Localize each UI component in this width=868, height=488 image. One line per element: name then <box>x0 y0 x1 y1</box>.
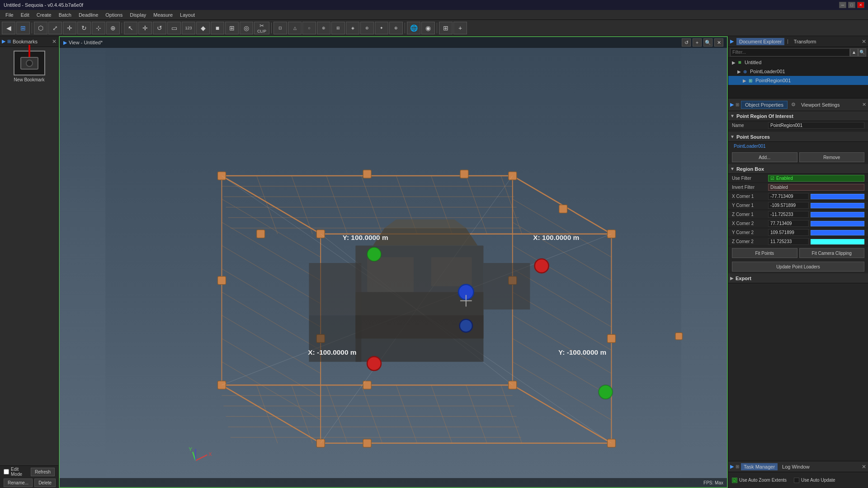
filter-expand-btn[interactable]: ▲ <box>850 48 858 56</box>
tree-item-untitled[interactable]: ▶ ■ Untitled <box>728 58 868 67</box>
toolbar-btn-globe[interactable]: 🌐 <box>407 22 420 34</box>
delete-button[interactable]: Delete <box>34 479 56 487</box>
viewport[interactable]: ▶ View - Untitled* ↺ + 🔍 ✕ <box>59 36 728 488</box>
toolbar-btn-points1[interactable]: ⊡ <box>274 22 287 34</box>
toolbar-btn-nav1[interactable]: ⊞ <box>439 22 453 34</box>
toolbar-btn-points4[interactable]: ⊕ <box>317 22 330 34</box>
filter-input[interactable] <box>730 48 850 56</box>
bookmarks-close-btn[interactable]: ✕ <box>52 38 57 45</box>
toolbar-btn-nav2[interactable]: + <box>453 22 467 34</box>
doc-explorer-close[interactable]: ✕ <box>862 38 866 45</box>
props-close-btn[interactable]: ✕ <box>862 102 866 108</box>
viewport-canvas[interactable]: Y: 100.0000 m X: 100.0000 m X: -100.0000… <box>60 48 727 478</box>
auto-zoom-checkbox[interactable]: ☑ <box>732 478 737 483</box>
refresh-button[interactable]: Refresh <box>31 468 55 476</box>
auto-update-check[interactable]: Use Auto Update <box>794 478 835 483</box>
section-header-pointregion[interactable]: ▼ Point Region Of Interest <box>728 111 868 121</box>
toolbar-btn-123[interactable]: 123 <box>182 22 195 34</box>
minimize-button[interactable]: ─ <box>839 2 846 8</box>
remove-btn[interactable]: Remove <box>799 152 865 162</box>
toolbar-btn-grid[interactable]: ⊞ <box>225 22 239 34</box>
toolbar-btn-diamond[interactable]: ◆ <box>196 22 210 34</box>
tree-arrow-pointregion[interactable]: ▶ <box>743 78 746 83</box>
toolbar-btn-refresh[interactable]: ↺ <box>153 22 166 34</box>
log-window-tab[interactable]: Log Window <box>779 463 812 470</box>
toolbar-btn-scale[interactable]: ⊹ <box>92 22 105 34</box>
vp-add-btn[interactable]: + <box>693 38 702 47</box>
point-source-item[interactable]: PointLoader001 <box>728 142 868 150</box>
task-manager-tab[interactable]: Task Manager <box>741 463 778 470</box>
toolbar-btn-points3[interactable]: ○ <box>302 22 316 34</box>
menu-deadline[interactable]: Deadline <box>75 11 102 19</box>
doc-explorer-tab[interactable]: Document Explorer <box>736 38 784 45</box>
toolbar-btn-points7[interactable]: ⊛ <box>360 22 374 34</box>
rename-button[interactable]: Rename... <box>4 479 33 487</box>
new-bookmark-item[interactable]: New Bookmark <box>14 51 45 82</box>
toolbar-btn-arrow[interactable]: ↖ <box>124 22 137 34</box>
rb-input-ycorner2[interactable] <box>768 229 809 236</box>
vp-search-btn[interactable]: 🔍 <box>703 38 712 47</box>
menu-options[interactable]: Options <box>102 11 126 19</box>
toolbar-btn-sphere[interactable]: ◉ <box>421 22 435 34</box>
toolbar-btn-points9[interactable]: ⊕ <box>389 22 403 34</box>
tree-arrow-pointloader[interactable]: ▶ <box>737 69 741 74</box>
toolbar-btn-points8[interactable]: ✦ <box>375 22 388 34</box>
vp-refresh-btn[interactable]: ↺ <box>682 38 691 47</box>
menu-batch[interactable]: Batch <box>55 11 75 19</box>
update-point-loaders-btn[interactable]: Update Point Loaders <box>732 262 864 272</box>
toolbar-btn-points2[interactable]: △ <box>288 22 302 34</box>
viewport-settings-tab[interactable]: Viewport Settings <box>797 101 843 108</box>
menu-create[interactable]: Create <box>33 11 55 19</box>
vp-close-btn[interactable]: ✕ <box>714 38 723 47</box>
prop-value-name[interactable] <box>768 122 864 129</box>
toolbar-btn-snap[interactable]: ⊕ <box>106 22 120 34</box>
menu-layout[interactable]: Layout <box>176 11 198 19</box>
toolbar-btn-points6[interactable]: ◈ <box>346 22 359 34</box>
tree-item-pointregion[interactable]: ▶ ⊞ PointRegion001 <box>728 76 868 85</box>
close-button[interactable]: ✕ <box>857 2 864 8</box>
toolbar-btn-select[interactable]: ⬡ <box>34 22 47 34</box>
menu-file[interactable]: File <box>2 11 17 19</box>
rb-input-zcorner2[interactable] <box>768 238 809 245</box>
toolbar-btn-move[interactable]: ⤢ <box>48 22 62 34</box>
menu-measure[interactable]: Measure <box>150 11 176 19</box>
rb-input-xcorner2[interactable] <box>768 220 809 227</box>
toolbar-btn-1[interactable]: ◀ <box>2 22 15 34</box>
menu-display[interactable]: Display <box>126 11 150 19</box>
toolbar-btn-square[interactable]: ■ <box>211 22 224 34</box>
auto-update-checkbox[interactable] <box>794 478 799 483</box>
transform-tab[interactable]: Transform <box>791 38 819 45</box>
clip-button[interactable]: ✂ CLIP <box>254 22 269 34</box>
rb-input-xcorner1[interactable] <box>768 193 809 200</box>
filter-search-btn[interactable]: 🔍 <box>858 48 866 56</box>
tree-item-pointloader[interactable]: ▶ ⊛ PointLoader001 <box>728 67 868 76</box>
bookmarks-tab-label[interactable]: Bookmarks <box>13 39 38 44</box>
section-header-regionbox[interactable]: ▼ Region Box <box>728 164 868 174</box>
edit-mode-check[interactable]: Edit Mode <box>4 467 27 477</box>
toolbar-btn-rect[interactable]: ▭ <box>167 22 181 34</box>
toolbar-btn-rotate[interactable]: ↻ <box>77 22 91 34</box>
fit-points-btn[interactable]: Fit Points <box>732 248 797 258</box>
rb-value-usefilter[interactable]: ☑ Enabled <box>768 175 864 182</box>
rb-value-invertfilter[interactable]: Disabled <box>768 184 864 191</box>
toolbar-btn-transform[interactable]: ✛ <box>63 22 76 34</box>
task-manager-close[interactable]: ✕ <box>862 464 866 470</box>
toolbar-btn-bookmarks[interactable]: ⊞ <box>16 22 30 34</box>
toolbar-btn-circle[interactable]: ◎ <box>240 22 253 34</box>
maximize-button[interactable]: □ <box>848 2 855 8</box>
section-header-export[interactable]: ▶ Export <box>728 273 868 283</box>
object-properties-tab[interactable]: Object Properties <box>741 101 788 109</box>
fit-camera-btn[interactable]: Fit Camera Clipping <box>799 248 865 258</box>
add-btn[interactable]: Add... <box>732 152 797 162</box>
edit-mode-checkbox[interactable] <box>4 469 9 474</box>
section-header-pointsources[interactable]: ▼ Point Sources <box>728 132 868 142</box>
menu-edit[interactable]: Edit <box>17 11 33 19</box>
rb-enabled-checkbox[interactable]: ☑ Enabled <box>768 175 864 182</box>
toolbar-btn-points5[interactable]: ⊞ <box>331 22 345 34</box>
rb-input-zcorner1[interactable] <box>768 211 809 218</box>
auto-zoom-check[interactable]: ☑ Use Auto Zoom Extents <box>732 478 787 483</box>
tree-arrow-untitled[interactable]: ▶ <box>732 60 736 65</box>
rb-disabled-label[interactable]: Disabled <box>768 184 864 191</box>
rb-input-ycorner1[interactable] <box>768 202 809 209</box>
toolbar-btn-move2[interactable]: ✛ <box>138 22 152 34</box>
